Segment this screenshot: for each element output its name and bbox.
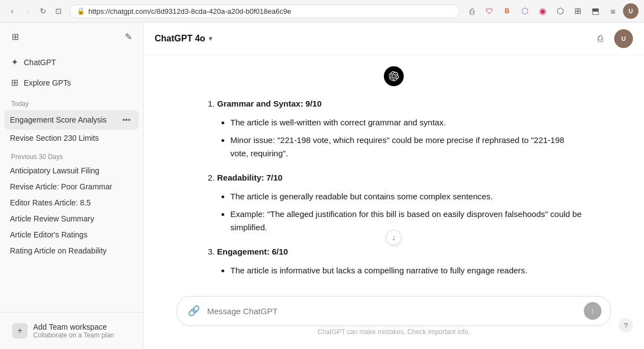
menu-button[interactable]: ≡ [605,3,621,19]
back-button[interactable]: ‹ [6,4,19,18]
bullet-item: The article is informative but lacks a c… [230,264,582,277]
chat-input-container: 🔗 ↑ [177,296,611,326]
attach-button[interactable]: 🔗 [186,303,202,319]
colorful-btn2[interactable]: ◉ [535,3,550,19]
user-profile-avatar[interactable]: U [614,29,633,48]
chat-item-label: Revise Article: Poor Grammar [10,182,133,191]
chat-item-editor-rates[interactable]: Editor Rates Article: 8.5 [4,195,139,210]
item-title-engagement: Engagement: 6/10 [217,247,288,256]
gpt-logo [384,66,404,86]
model-dropdown-icon: ▾ [209,35,212,43]
main-content: ChatGPT 4o ▾ ⎙ U Grammar and Syntax: [144,23,644,349]
downloads-btn[interactable]: ⬒ [588,3,603,19]
explore-gpts-icon: ⊞ [11,77,18,88]
sidebar-footer: + Add Team workspace Collaborate on a Te… [0,312,143,349]
shield-button[interactable]: 🛡 [482,3,497,19]
browser-actions: ⎙ 🛡 B ⬡ ◉ ⬡ ⊞ ⬒ ≡ U [464,3,638,19]
add-team-text: Add Team workspace Collaborate on a Team… [33,322,114,339]
item-title-readability: Readability: 7/10 [217,173,282,182]
lock-icon: 🔒 [77,7,85,15]
share-button[interactable]: ⎙ [464,3,479,19]
message-input[interactable] [207,306,578,316]
chat-item-rating-article-readability[interactable]: Rating Article on Readability [4,243,139,258]
app-container: ⊞ ✎ ✦ ChatGPT ⊞ Explore GPTs Today Engag… [0,23,644,349]
address-bar[interactable]: 🔒 [70,4,460,18]
sidebar: ⊞ ✎ ✦ ChatGPT ⊞ Explore GPTs Today Engag… [0,23,144,349]
previous-section-label: Previous 30 Days [4,146,139,163]
list-item-readability: Readability: 7/10 The article is general… [217,171,582,234]
sidebar-header: ⊞ ✎ [0,23,143,50]
reload-button[interactable]: ↻ [36,4,50,18]
sidebar-item-chatgpt[interactable]: ✦ ChatGPT [4,52,139,72]
item-title-grammar: Grammar and Syntax: 9/10 [217,99,321,108]
add-team-title: Add Team workspace [33,322,114,331]
sidebar-header-left: ⊞ [7,28,23,45]
url-input[interactable] [88,7,452,15]
bullet-item: Example: "The alleged justification for … [230,208,582,234]
chat-item-article-review-summary[interactable]: Article Review Summary [4,211,139,226]
chat-item-label: Anticipatory Lawsuit Filing [10,166,133,175]
chat-item-anticipatory-lawsuit[interactable]: Anticipatory Lawsuit Filing [4,163,139,178]
explore-gpts-label: Explore GPTs [24,78,71,87]
today-section-label: Today [4,93,139,110]
sidebar-toggle-button[interactable]: ⊞ [7,28,23,45]
sidebar-item-explore-gpts[interactable]: ⊞ Explore GPTs [4,73,139,92]
list-item-engagement: Engagement: 6/10 The article is informat… [217,245,582,277]
bookmark-button[interactable]: ⊡ [52,4,65,18]
chat-item-menu-button[interactable]: ••• [120,113,133,126]
bullet-item: The article is generally readable but co… [230,190,582,203]
send-button[interactable]: ↑ [584,302,601,320]
new-chat-button[interactable]: ✎ [120,28,136,45]
brave-button[interactable]: B [499,3,515,19]
chat-messages[interactable]: Grammar and Syntax: 9/10 The article is … [144,55,644,289]
chat-item-article-editors-ratings[interactable]: Article Editor's Ratings [4,227,139,242]
extensions-btn2[interactable]: ⊞ [570,3,585,19]
chat-item-label: Editor Rates Article: 8.5 [10,198,133,207]
chat-item-label: Engagement Score Analysis [10,115,120,124]
add-team-subtitle: Collaborate on a Team plan [33,331,114,339]
chat-item-label: Revise Section 230 Limits [10,134,133,142]
chatgpt-nav-label: ChatGPT [24,58,56,67]
chat-item-label: Rating Article on Readability [10,246,133,255]
bullet-item: The article is well-written with correct… [230,116,582,129]
add-team-workspace-button[interactable]: + Add Team workspace Collaborate on a Te… [7,318,136,343]
extensions-btn[interactable]: ⬡ [552,3,568,19]
colorful-btn1[interactable]: ⬡ [517,3,532,19]
help-button[interactable]: ? [619,318,633,332]
chat-header-actions: ⎙ U [591,29,633,48]
chat-item-revise-article-grammar[interactable]: Revise Article: Poor Grammar [4,179,139,194]
chatgpt-logo-icon: ✦ [11,57,18,67]
chat-item-revise-section-230[interactable]: Revise Section 230 Limits [4,130,139,146]
chat-header: ChatGPT 4o ▾ ⎙ U [144,23,644,55]
chat-disclaimer: ChatGPT can make mistakes. Check importa… [177,326,611,340]
scroll-down-button[interactable]: ↓ [386,230,402,245]
browser-nav-buttons: ‹ › ↻ ⊡ [6,4,65,18]
bullet-item: Minor issue: "221-198 vote, which requir… [230,134,582,160]
chat-item-label: Article Editor's Ratings [10,230,133,239]
list-item-grammar: Grammar and Syntax: 9/10 The article is … [217,97,582,160]
browser-chrome: ‹ › ↻ ⊡ 🔒 ⎙ 🛡 B ⬡ ◉ ⬡ ⊞ ⬒ ≡ U [0,0,644,23]
user-avatar[interactable]: U [623,3,638,19]
chat-title-area[interactable]: ChatGPT 4o ▾ [155,34,212,44]
chat-input-area: 🔗 ↑ ChatGPT can make mistakes. Check imp… [144,289,644,349]
message-content: Grammar and Syntax: 9/10 The article is … [206,97,582,277]
add-team-icon: + [12,323,28,339]
forward-button[interactable]: › [21,4,34,18]
chat-item-engagement-score[interactable]: Engagement Score Analysis ••• [4,110,139,130]
gpt-message-icon [177,66,611,86]
sidebar-items-area: ✦ ChatGPT ⊞ Explore GPTs Today Engagemen… [0,50,143,312]
share-chat-button[interactable]: ⎙ [591,29,610,48]
chat-title: ChatGPT 4o [155,34,205,44]
chat-item-label: Article Review Summary [10,214,133,223]
